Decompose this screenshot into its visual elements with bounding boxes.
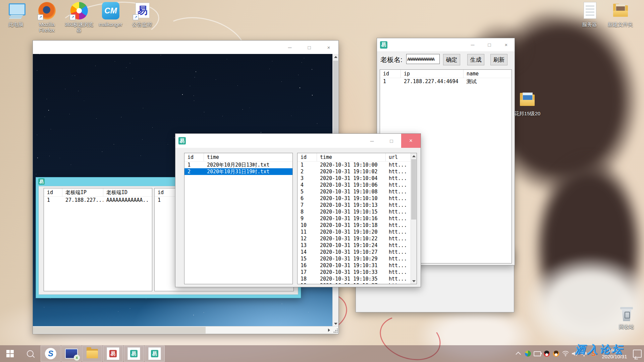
url-row[interactable]: 32020-10-31 19:10:04htt... <box>298 175 417 182</box>
star <box>45 117 45 117</box>
minimize-button[interactable]: ─ <box>464 38 481 51</box>
star <box>37 135 37 135</box>
client-row[interactable]: 127.188.227....AAAAAAAAAAAA... <box>44 197 152 203</box>
log-urls-table: idtimeurl 12020-10-31 19:10:00htt...2202… <box>297 153 417 284</box>
close-button[interactable]: × <box>319 41 338 54</box>
log-file-row[interactable]: 22020年10月31日19时.txt <box>184 168 292 175</box>
desktop-icon-announce-monitor[interactable]: 易 ↗ 公告监控 <box>127 2 158 27</box>
scroll-up-button[interactable] <box>411 153 417 159</box>
url-row[interactable]: 162020-10-31 19:10:31htt... <box>298 262 417 269</box>
maximize-button[interactable]: □ <box>300 41 319 54</box>
logs-titlebar[interactable]: 易 ─ □ × <box>175 134 421 148</box>
maikonger-icon: CM <box>102 2 119 19</box>
url-row[interactable]: 142020-10-31 19:10:27htt... <box>298 249 417 255</box>
recycle-bin-icon <box>618 304 635 322</box>
url-row[interactable]: 132020-10-31 19:10:24htt... <box>298 242 417 249</box>
qq-icon[interactable] <box>542 345 551 362</box>
tray-green-app-icon[interactable] <box>523 345 533 362</box>
table-cell: 2020-10-31 19:10:18 <box>317 222 386 229</box>
table-cell: 2 <box>298 168 317 175</box>
table-body: 12020-10-31 19:10:00htt...22020-10-31 19… <box>298 162 417 284</box>
url-row[interactable]: 172020-10-31 19:10:33htt... <box>298 269 417 276</box>
url-row[interactable]: 22020-10-31 19:10:02htt... <box>298 168 417 175</box>
boss-name-input[interactable] <box>406 54 440 64</box>
wifi-icon[interactable] <box>561 345 570 362</box>
vertical-scrollbar[interactable] <box>411 153 417 284</box>
desktop-icon-firefox[interactable]: ↗ Mozilla Firefox <box>32 2 62 33</box>
url-row[interactable]: 102020-10-31 19:10:18htt... <box>298 222 417 229</box>
ime-indicator[interactable]: 中 <box>580 345 589 362</box>
action-center-button[interactable] <box>631 345 644 362</box>
url-row[interactable]: 192020-10-31 19:10:37htt... <box>298 282 417 284</box>
url-row[interactable]: 152020-10-31 19:10:29htt... <box>298 255 417 262</box>
taskbar-clock[interactable]: 19:12 2020/10/31 <box>600 348 629 360</box>
table-cell: htt... <box>386 255 410 262</box>
minimize-button[interactable]: ─ <box>362 134 382 148</box>
search-button[interactable] <box>20 345 40 362</box>
scroll-up-button[interactable] <box>333 54 338 60</box>
viewer-titlebar[interactable]: ─ □ × <box>33 41 338 54</box>
star <box>152 127 153 128</box>
close-button[interactable]: × <box>401 134 421 148</box>
table-cell: 2020-10-31 19:10:15 <box>317 208 386 215</box>
desktop-icon-maikonger[interactable]: CM maikonger <box>95 2 126 27</box>
table-cell: 16 <box>298 262 317 269</box>
star <box>222 116 223 116</box>
url-row[interactable]: 112020-10-31 19:10:20htt... <box>298 229 417 235</box>
hidden-icons-button[interactable] <box>514 345 523 362</box>
table-cell: 2020-10-31 19:10:04 <box>317 175 386 182</box>
scroll-right-button[interactable] <box>326 327 332 333</box>
battery-icon[interactable] <box>533 345 542 362</box>
table-header: id老板端IP老板端ID <box>44 188 152 197</box>
boss-table-row[interactable]: 127.188.227.44:4694测试 <box>380 78 512 85</box>
taskbar-app-sogou[interactable]: S <box>41 346 61 362</box>
maximize-button[interactable]: □ <box>481 38 498 51</box>
sogou-tray-icon[interactable]: S <box>589 345 598 362</box>
qq-secondary-icon[interactable] <box>551 345 561 362</box>
taskbar-app-remote[interactable]: x <box>61 346 82 362</box>
url-row[interactable]: 72020-10-31 19:10:13htt... <box>298 202 417 208</box>
desktop-icon-this-pc[interactable]: 此电脑 <box>1 2 32 27</box>
refresh-button[interactable]: 刷新 <box>490 54 507 65</box>
confirm-button[interactable]: 确定 <box>443 54 460 65</box>
desktop-icon-server-file[interactable]: 服务器 <box>574 2 605 27</box>
url-row[interactable]: 82020-10-31 19:10:15htt... <box>298 208 417 215</box>
new-folder-icon <box>612 2 629 19</box>
log-file-row[interactable]: 12020年10月20日13时.txt <box>184 162 292 168</box>
url-row[interactable]: 182020-10-31 19:10:35htt... <box>298 276 417 282</box>
desktop-icon-huabang-folder[interactable]: 花邦15级20 <box>512 91 543 116</box>
url-row[interactable]: 42020-10-31 19:10:06htt... <box>298 182 417 188</box>
scroll-down-button[interactable] <box>411 278 417 284</box>
generate-button[interactable]: 生成 <box>467 54 484 65</box>
boss-titlebar[interactable]: 易 ─ □ × <box>377 38 515 51</box>
icon-label: 新建文件夹 <box>605 21 636 27</box>
volume-icon[interactable] <box>570 345 580 362</box>
star <box>69 114 70 114</box>
resize-grip[interactable] <box>333 328 338 333</box>
column-header: id <box>44 188 62 196</box>
url-row[interactable]: 92020-10-31 19:10:16htt... <box>298 215 417 222</box>
table-header: idtime <box>184 153 292 162</box>
taskbar-app-explorer[interactable] <box>82 346 102 362</box>
scroll-down-button[interactable] <box>333 321 338 326</box>
taskbar-app-yi-teal-2[interactable]: 易 <box>145 346 165 362</box>
horizontal-scrollbar[interactable] <box>33 326 338 334</box>
url-row[interactable]: 62020-10-31 19:10:10htt... <box>298 195 417 202</box>
url-row[interactable]: 122020-10-31 19:10:22htt... <box>298 235 417 242</box>
scrollbar-thumb[interactable] <box>411 159 416 220</box>
minimize-button[interactable]: ─ <box>280 41 300 54</box>
scrollbar-thumb[interactable] <box>33 327 206 334</box>
table-cell: 2020-10-31 19:10:16 <box>317 215 386 222</box>
scrollbar-thumb[interactable] <box>333 61 338 134</box>
desktop-icon-360-browser[interactable]: ↗ 360极速浏览器 <box>64 2 95 33</box>
url-row[interactable]: 12020-10-31 19:10:00htt... <box>298 162 417 168</box>
close-button[interactable]: × <box>498 38 515 51</box>
taskbar-app-yi-teal-1[interactable]: 易 <box>124 346 144 362</box>
taskbar-app-yi-red[interactable]: 易 <box>103 346 123 362</box>
url-row[interactable]: 52020-10-31 19:10:08htt... <box>298 188 417 195</box>
start-button[interactable] <box>0 345 20 362</box>
desktop-icon-recycle-bin[interactable]: 回收站 <box>611 304 642 329</box>
desktop-icon-new-folder[interactable]: 新建文件夹 <box>605 2 636 27</box>
table-body: 127.188.227.44:4694测试 <box>380 78 512 85</box>
maximize-button[interactable]: □ <box>382 134 401 148</box>
